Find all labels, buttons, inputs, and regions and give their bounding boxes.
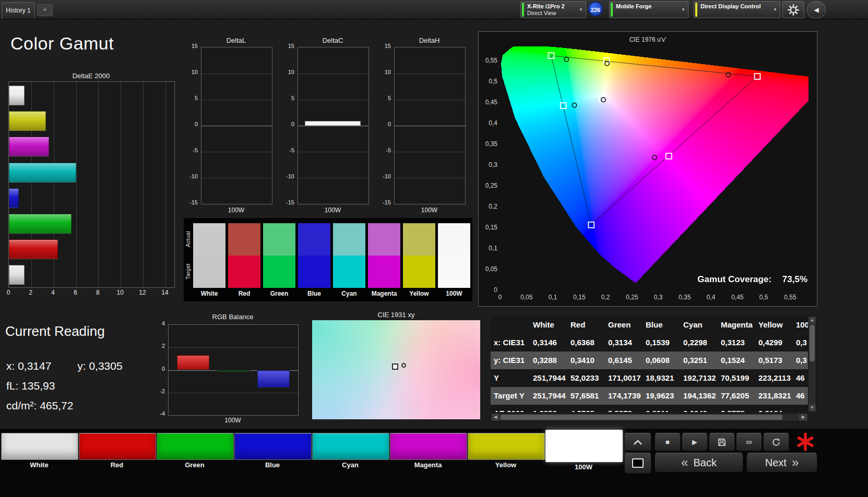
gamut-coverage-label: Gamut Coverage:: [697, 274, 771, 284]
pattern-label: Green: [157, 461, 233, 469]
back-button[interactable]: « Back: [655, 453, 743, 472]
swatch-column-magenta: Magenta: [368, 218, 400, 301]
table-cell: 18,9321: [643, 369, 680, 387]
grid-line: [298, 178, 368, 178]
table-cell: 46: [793, 369, 808, 387]
reading-x: x: 0,3147: [6, 360, 51, 372]
scroll-thumb[interactable]: [810, 325, 815, 361]
grid-line: [169, 347, 298, 348]
pattern-window-button[interactable]: [624, 453, 651, 474]
scroll-down-arrow[interactable]: ▼: [808, 404, 816, 411]
table-cell: 0,3410: [567, 351, 605, 369]
display-accent-bar: [695, 3, 697, 17]
next-button[interactable]: Next »: [746, 453, 817, 472]
table-cell: 3,5775: [718, 405, 755, 412]
gamut-coverage: Gamut Coverage: 73,5%: [697, 274, 807, 285]
settings-button[interactable]: [782, 1, 804, 18]
rgb-plot: [168, 324, 299, 416]
count-badge[interactable]: 226: [588, 2, 603, 16]
column-header: Cyan: [680, 316, 718, 334]
collapse-panel-button[interactable]: ◀: [807, 1, 826, 18]
x-tick-label: 0: [3, 289, 14, 296]
y-tick-label: 15: [277, 43, 294, 49]
tab-history-1[interactable]: History 1: [2, 2, 35, 19]
reference-marker-circle: [401, 363, 406, 368]
deltae-bar-cyan: [9, 163, 76, 183]
stop-icon: ■: [665, 438, 670, 446]
pattern-button-cyan[interactable]: [312, 433, 389, 460]
y-tick-label: 0,3: [480, 161, 497, 168]
pattern-button-blue[interactable]: [234, 433, 312, 460]
target-swatch: [403, 256, 435, 288]
table-horizontal-scrollbar[interactable]: ◀ ▶: [491, 413, 808, 421]
stop-button[interactable]: ■: [655, 433, 681, 451]
swatch-label: White: [191, 290, 228, 297]
deltae-plot: [8, 81, 175, 288]
add-tab-button[interactable]: +: [37, 4, 53, 16]
swatch-column-cyan: Cyan: [333, 218, 365, 301]
meter-selector-dropdown[interactable]: X-Rite i1Pro 2 Direct View ▼: [520, 1, 586, 18]
reading-cdm2: cd/m²: 465,72: [6, 399, 73, 412]
pattern-button-100w[interactable]: [545, 430, 623, 462]
pattern-button-white[interactable]: [1, 433, 78, 460]
pattern-up-button[interactable]: [624, 433, 651, 451]
table-cell: 0,8911: [643, 405, 680, 412]
table-vertical-scrollbar[interactable]: ▲ ▼: [808, 316, 816, 412]
scroll-left-arrow[interactable]: ◀: [491, 414, 500, 421]
source-selector-dropdown[interactable]: Mobile Forge ▼: [609, 1, 688, 18]
x-tick-label: 6: [70, 289, 81, 296]
table-cell: 6,0049: [680, 405, 718, 412]
swatch-label: Blue: [296, 290, 332, 297]
table-cell: 1,3856: [530, 405, 567, 412]
source-accent-bar: [611, 3, 613, 17]
pattern-button-green[interactable]: [157, 433, 234, 460]
row-label: y: CIE31: [491, 351, 530, 369]
display-control-name: Direct Display Control: [700, 3, 761, 9]
y-tick-label: 5: [373, 95, 391, 101]
pattern-window-icon: [632, 458, 644, 468]
x-tick-label: 0,1: [543, 294, 562, 301]
back-label: Back: [693, 457, 716, 469]
grid-line: [395, 126, 465, 126]
delta-plot: [394, 47, 466, 204]
target-swatch: [368, 256, 400, 288]
deltae-chart-title: DeltaE 2000: [8, 72, 174, 80]
loop-button[interactable]: [763, 433, 789, 451]
table-cell: 57,6581: [567, 387, 605, 405]
swatch-column-blue: Blue: [298, 218, 330, 301]
scroll-thumb[interactable]: [501, 415, 782, 420]
deltae-bar-red: [9, 239, 58, 259]
pattern-button-yellow[interactable]: [468, 433, 545, 460]
current-reading-title: Current Reading: [5, 323, 105, 340]
target-swatch: [193, 256, 225, 288]
swatch-column-white: White: [193, 218, 225, 301]
save-button[interactable]: [709, 433, 735, 451]
continuous-button[interactable]: ∞: [736, 433, 762, 451]
y-tick-label: -15: [277, 199, 294, 205]
x-axis-label: 100W: [168, 417, 298, 424]
scroll-up-arrow[interactable]: ▲: [808, 317, 816, 324]
rgb-bar-red: [177, 355, 209, 370]
swatch-column-100w: 100W: [438, 218, 470, 301]
x-tick-label: 0,2: [596, 294, 615, 301]
grid-line: [165, 82, 166, 287]
cie1976-title: CIE 1976 u'v': [479, 36, 817, 43]
cie1976-panel: CIE 1976 u'v' Gamut Coverage: 73,5% 00,0…: [478, 31, 817, 307]
play-button[interactable]: ▶: [682, 433, 708, 451]
grid-line: [395, 100, 465, 100]
pattern-button-red[interactable]: [79, 433, 156, 460]
rgb-bar-green: [217, 370, 249, 372]
scroll-right-arrow[interactable]: ▶: [799, 414, 807, 421]
x-tick-label: 10: [115, 289, 125, 296]
pattern-label: Cyan: [312, 461, 388, 469]
chevron-down-icon: ▼: [579, 7, 583, 12]
display-control-dropdown[interactable]: Direct Display Control ▼: [694, 1, 780, 18]
back-chevrons-icon: «: [681, 457, 688, 468]
source-name: Mobile Forge: [616, 3, 651, 9]
actual-swatch: [228, 223, 260, 256]
y-tick-label: 0,1: [480, 245, 497, 252]
gamut-coverage-value: 73,5%: [782, 274, 807, 284]
save-icon: [717, 438, 727, 447]
reading-marker-square: [392, 363, 398, 370]
pattern-button-magenta[interactable]: [390, 433, 467, 460]
